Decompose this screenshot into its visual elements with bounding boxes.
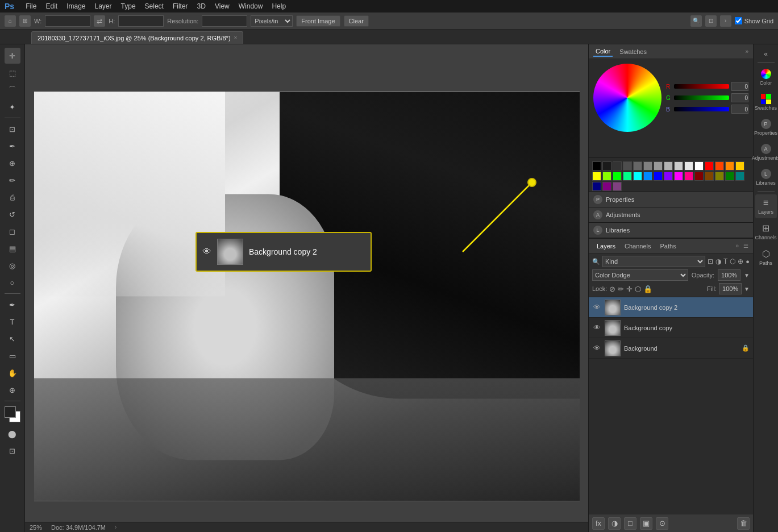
sidebar-item-adjustments[interactable]: A Adjustments [755,140,777,164]
menu-help[interactable]: Help [272,2,286,10]
new-fill-button[interactable]: ◑ [608,517,621,530]
tab-paths[interactable]: Paths [657,242,680,251]
swatch-804400[interactable] [705,172,714,181]
adj-filter-icon[interactable]: ◑ [715,257,721,265]
swatch-0088ff[interactable] [643,172,652,181]
color-wheel[interactable] [593,64,661,132]
swatch-800080[interactable] [602,182,611,191]
width-input[interactable] [45,15,90,27]
swatch-000000[interactable] [592,161,601,171]
lock-artboard-icon[interactable]: ⬡ [635,285,641,293]
arrow-icon[interactable]: › [720,15,731,27]
menu-3d[interactable]: 3D [197,2,206,10]
opacity-input[interactable] [718,269,740,281]
swatch-88ff00[interactable] [602,172,611,181]
swatch-808000[interactable] [715,172,724,181]
move-tool[interactable]: ✛ [5,48,20,64]
panel-expand-icon[interactable]: » [745,48,748,55]
sidebar-item-libraries[interactable]: L Libraries [755,165,777,189]
g-input[interactable] [731,93,748,102]
color-swatches[interactable] [5,406,20,422]
hand-tool[interactable]: ✋ [5,365,20,381]
adjustments-header[interactable]: A Adjustments [589,207,753,222]
swatch-ff8800[interactable] [725,161,734,171]
menu-select[interactable]: Select [145,2,164,10]
shape-tool[interactable]: ▭ [5,348,20,364]
text-filter-icon[interactable]: T [723,257,727,265]
crop-icon[interactable]: ⊞ [19,15,31,27]
front-image-button[interactable]: Front Image [296,15,340,27]
shape-filter-icon[interactable]: ⬡ [730,257,735,265]
swatch-333333[interactable] [613,161,622,171]
swatch-666666[interactable] [633,161,642,171]
fill-input[interactable] [719,283,742,294]
sidebar-item-layers[interactable]: ≡ Layers [755,194,777,218]
swatch-00ffff[interactable] [633,172,642,181]
zoom-tool[interactable]: ⊕ [5,382,20,398]
heal-tool[interactable]: ⊕ [5,155,20,171]
swatch-800000[interactable] [694,172,704,181]
menu-layer[interactable]: Layer [95,2,112,10]
swatch-cccccc[interactable] [674,161,683,171]
layers-kind-select[interactable]: Kind [602,256,705,267]
swatch-008080[interactable] [735,172,744,181]
layer-eye-bg-copy-2[interactable]: 👁 [592,303,601,311]
layer-item-bg-copy-2[interactable]: 👁 Background copy 2 [589,297,753,318]
menu-filter[interactable]: Filter [173,2,188,10]
b-input[interactable] [731,105,748,114]
swap-icon[interactable]: ⇄ [94,15,105,27]
tab-channels[interactable]: Channels [621,242,654,251]
swatch-804080[interactable] [613,182,622,191]
pen-tool[interactable]: ✒ [5,297,20,313]
lock-transparent-icon[interactable]: ⊘ [609,285,615,293]
menu-window[interactable]: Window [239,2,263,10]
layers-expand-icon[interactable]: » [735,243,739,249]
menu-type[interactable]: Type [121,2,136,10]
swatch-8800ff[interactable] [664,172,673,181]
opacity-arrow[interactable]: ▼ [744,272,750,279]
swatch-b3b3b3[interactable] [664,161,673,171]
sidebar-item-properties[interactable]: P Properties [755,115,777,139]
tooltip-eye-icon[interactable]: 👁 [202,247,211,257]
swatch-ffcc00[interactable] [735,161,744,171]
pixels-select[interactable]: Pixels/in Pixels/cm [251,15,293,27]
workspace-icon[interactable]: ⊡ [705,15,717,27]
delete-button[interactable]: 🗑 [737,517,750,530]
sidebar-item-paths[interactable]: ⬡ Paths [755,245,777,269]
fx-button[interactable]: fx [592,517,605,530]
layer-eye-bg[interactable]: 👁 [592,344,601,352]
clear-button[interactable]: Clear [344,15,369,27]
fill-arrow[interactable]: ▼ [744,286,750,292]
folder-button[interactable]: ▣ [640,517,652,530]
swatch-ff0088[interactable] [684,172,693,181]
swatch-1a1a1a[interactable] [602,161,611,171]
lasso-tool[interactable]: ⌒ [5,82,20,98]
pixel-filter-icon[interactable]: ⊡ [708,257,713,265]
gradient-tool[interactable]: ▤ [5,240,20,256]
layer-item-bg-copy[interactable]: 👁 Background copy [589,318,753,338]
document-tab[interactable]: 20180330_172737171_iOS.jpg @ 25% (Backgr… [31,31,243,44]
swatch-ffffff[interactable] [694,161,704,171]
swatch-000080[interactable] [592,182,601,191]
swatch-ff4400[interactable] [715,161,724,171]
layers-options-icon[interactable]: ☰ [743,243,748,249]
sidebar-item-channels[interactable]: ⊞ Channels [755,219,777,244]
home-icon[interactable]: ⌂ [5,15,16,27]
menu-image[interactable]: Image [66,2,85,10]
layer-eye-bg-copy[interactable]: 👁 [592,323,601,332]
sidebar-item-color[interactable]: Color [755,65,777,89]
clone-tool[interactable]: ⎙ [5,189,20,205]
brush-tool[interactable]: ✏ [5,172,20,188]
r-input[interactable] [731,82,748,91]
tab-close-button[interactable]: × [234,35,238,41]
resolution-input[interactable] [202,15,247,27]
lock-position-icon[interactable]: ✛ [626,285,633,293]
screen-mode-tool[interactable]: ⊡ [5,443,20,459]
tab-layers[interactable]: Layers [593,242,619,251]
swatch-ff00ff[interactable] [674,172,683,181]
height-input[interactable] [118,15,164,27]
dodge-tool[interactable]: ○ [5,275,20,290]
menu-view[interactable]: View [215,2,230,10]
swatch-008000[interactable] [725,172,734,181]
text-tool[interactable]: T [5,314,20,330]
